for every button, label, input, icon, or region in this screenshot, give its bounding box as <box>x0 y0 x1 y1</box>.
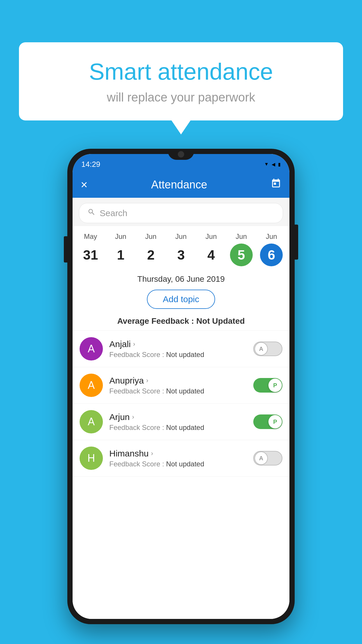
student-info-2: Arjun ›Feedback Score : Not updated <box>109 412 247 432</box>
student-name-3[interactable]: Himanshu › <box>109 449 247 459</box>
chevron-icon-1: › <box>146 377 148 384</box>
cal-month-3: Jun <box>175 232 187 241</box>
bubble-subtitle: will replace your paperwork <box>36 90 326 104</box>
chevron-icon-2: › <box>132 413 134 421</box>
speech-bubble-container: Smart attendance will replace your paper… <box>19 42 343 120</box>
phone-frame: 14:29 ▼ ◀ ▮ × Attendance <box>67 149 295 624</box>
camera-dot <box>178 151 184 158</box>
header-title: Attendance <box>151 178 207 191</box>
feedback-value-3: Not updated <box>166 460 204 468</box>
avg-feedback-label: Average Feedback : <box>117 316 194 326</box>
battery-icon: ▮ <box>278 162 281 167</box>
student-name-1[interactable]: Anupriya › <box>109 376 247 386</box>
close-button[interactable]: × <box>81 178 87 191</box>
cal-date-0[interactable]: 31 <box>79 244 102 266</box>
student-info-0: Anjali ›Feedback Score : Not updated <box>109 339 247 359</box>
feedback-score-0: Feedback Score : Not updated <box>109 351 247 359</box>
toggle-knob-0: A <box>254 342 268 356</box>
student-info-1: Anupriya ›Feedback Score : Not updated <box>109 376 247 395</box>
search-icon <box>87 208 96 218</box>
search-placeholder: Search <box>100 208 127 218</box>
cal-date-2[interactable]: 2 <box>140 244 162 266</box>
cal-month-5: Jun <box>236 232 247 241</box>
student-item-3: HHimanshu ›Feedback Score : Not updatedA <box>73 440 289 477</box>
feedback-value-1: Not updated <box>166 387 204 395</box>
avg-feedback-value: Not Updated <box>196 316 245 326</box>
toggle-knob-3: A <box>254 452 268 465</box>
phone-screen: 14:29 ▼ ◀ ▮ × Attendance <box>73 154 289 619</box>
avg-feedback: Average Feedback : Not Updated <box>73 314 289 331</box>
student-list: AAnjali ›Feedback Score : Not updatedAAA… <box>73 331 289 619</box>
toggle-knob-1: P <box>268 379 282 392</box>
student-item-0: AAnjali ›Feedback Score : Not updatedA <box>73 331 289 367</box>
calendar-day-6[interactable]: Jun6 <box>258 232 285 266</box>
speech-bubble: Smart attendance will replace your paper… <box>19 42 343 120</box>
cal-date-4[interactable]: 4 <box>200 244 222 266</box>
status-time: 14:29 <box>81 160 100 169</box>
cal-month-4: Jun <box>205 232 217 241</box>
calendar-day-1[interactable]: Jun1 <box>107 232 135 266</box>
attendance-toggle-1[interactable]: P <box>253 378 282 393</box>
search-container: Search <box>73 198 289 226</box>
status-icons: ▼ ◀ ▮ <box>264 162 281 167</box>
search-bar[interactable]: Search <box>79 203 283 223</box>
feedback-score-2: Feedback Score : Not updated <box>109 424 247 432</box>
phone-container: 14:29 ▼ ◀ ▮ × Attendance <box>67 149 295 624</box>
cal-date-6[interactable]: 6 <box>260 244 283 266</box>
wifi-icon: ▼ <box>264 162 269 167</box>
feedback-score-1: Feedback Score : Not updated <box>109 387 247 395</box>
cal-month-0: May <box>84 232 97 241</box>
feedback-value-2: Not updated <box>166 424 204 431</box>
cal-month-2: Jun <box>145 232 157 241</box>
attendance-toggle-2[interactable]: P <box>253 414 282 429</box>
student-name-2[interactable]: Arjun › <box>109 412 247 422</box>
toggle-knob-2: P <box>268 415 282 428</box>
student-avatar-1: A <box>80 374 103 397</box>
chevron-icon-3: › <box>151 450 153 457</box>
add-topic-container: Add topic <box>73 286 289 314</box>
calendar-day-0[interactable]: May31 <box>77 232 104 266</box>
calendar-strip: May31Jun1Jun2Jun3Jun4Jun5Jun6 <box>73 226 289 271</box>
calendar-day-2[interactable]: Jun2 <box>137 232 165 266</box>
cal-date-1[interactable]: 1 <box>109 244 132 266</box>
cal-date-3[interactable]: 3 <box>170 244 192 266</box>
calendar-icon[interactable] <box>271 178 281 191</box>
student-avatar-2: A <box>80 410 103 433</box>
calendar-day-4[interactable]: Jun4 <box>197 232 225 266</box>
student-info-3: Himanshu ›Feedback Score : Not updated <box>109 449 247 468</box>
toggle-container-2: P <box>253 414 282 429</box>
add-topic-button[interactable]: Add topic <box>147 290 215 309</box>
student-item-2: AArjun ›Feedback Score : Not updatedP <box>73 404 289 440</box>
cal-date-5[interactable]: 5 <box>230 244 253 266</box>
cal-month-1: Jun <box>115 232 126 241</box>
toggle-container-1: P <box>253 378 282 393</box>
attendance-toggle-0[interactable]: A <box>253 342 282 356</box>
calendar-day-5[interactable]: Jun5 <box>227 232 255 266</box>
cal-month-6: Jun <box>266 232 277 241</box>
student-avatar-3: H <box>80 447 103 470</box>
attendance-toggle-3[interactable]: A <box>253 451 282 466</box>
chevron-icon-0: › <box>133 340 135 348</box>
feedback-value-0: Not updated <box>166 351 204 358</box>
student-avatar-0: A <box>80 337 103 360</box>
toggle-container-3: A <box>253 451 282 466</box>
calendar-day-3[interactable]: Jun3 <box>167 232 195 266</box>
bubble-title: Smart attendance <box>36 58 326 85</box>
student-item-1: AAnupriya ›Feedback Score : Not updatedP <box>73 367 289 404</box>
selected-date-label: Thursday, 06 June 2019 <box>73 271 289 286</box>
signal-icon: ◀ <box>272 162 275 167</box>
feedback-score-3: Feedback Score : Not updated <box>109 460 247 468</box>
phone-notch <box>168 149 194 160</box>
toggle-container-0: A <box>253 342 282 356</box>
student-name-0[interactable]: Anjali › <box>109 339 247 349</box>
app-header: × Attendance <box>73 172 289 198</box>
